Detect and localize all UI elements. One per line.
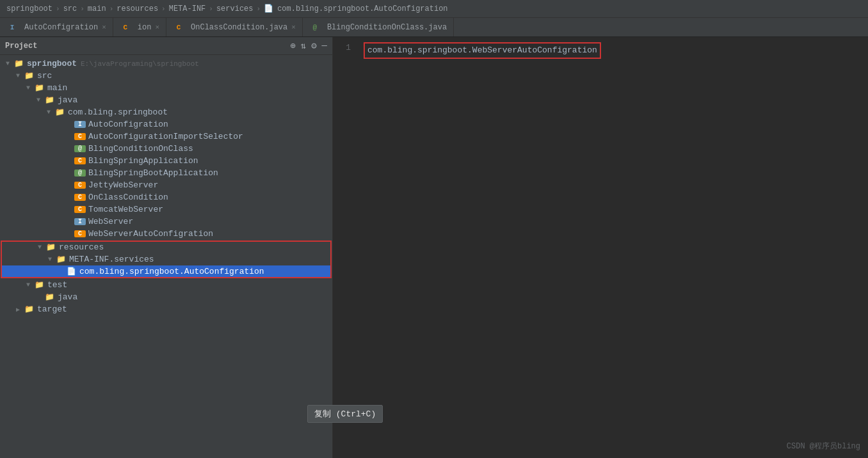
class-icon-sprapp: C <box>74 157 86 164</box>
tree-label-springboot: springboot <box>27 59 77 68</box>
tree-item-src[interactable]: 📁 src <box>0 70 332 82</box>
tab-onclasspanel[interactable]: C OnClassCondition.java × <box>166 18 303 36</box>
code-area[interactable]: com.bling.springboot.WebServerAutoConfig… <box>358 42 868 453</box>
tab-blingcond[interactable]: @ BlingConditionOnClass.java <box>303 18 454 36</box>
folder-icon-package: 📁 <box>54 107 65 117</box>
tree-item-JettyWebServer[interactable]: C JettyWebServer <box>0 179 332 191</box>
tree-item-target[interactable]: 📁 target <box>0 303 332 315</box>
tree-arrow-package <box>44 109 54 116</box>
breadcrumb-services: services <box>216 4 253 13</box>
tree-arrow-metainf <box>45 256 55 263</box>
tooltip-text: 复制 (Ctrl+C) <box>314 409 376 419</box>
tree-label-package: com.bling.springboot <box>68 107 168 117</box>
tree-item-AutoConfigurationImportSelector[interactable]: C AutoConfigurationImportSelector <box>0 130 332 143</box>
editor-content: 1 com.bling.springboot.WebServerAutoConf… <box>333 37 868 458</box>
folder-icon-target: 📁 <box>23 304 35 314</box>
tab-onclasspanel-close[interactable]: × <box>291 24 296 31</box>
tab-autoconfigration-label: AutoConfigration <box>24 23 98 32</box>
sidebar-header: Project ⊕ ⇅ ⚙ — <box>0 37 332 55</box>
file-icon-config: 📄 <box>65 267 77 276</box>
tree-label-BlingSpringApplication: BlingSpringApplication <box>88 156 198 166</box>
tree-item-main[interactable]: 📁 main <box>0 82 332 94</box>
tree-label-resources: resources <box>59 242 104 252</box>
breadcrumb-metainf: META-INF <box>169 4 206 13</box>
tree-arrow-java <box>33 97 44 104</box>
folder-icon-java: 📁 <box>44 95 55 105</box>
add-icon[interactable]: ⊕ <box>290 40 295 51</box>
folder-icon-main: 📁 <box>33 83 45 93</box>
watermark: CSDN @程序员bling <box>787 441 860 452</box>
breadcrumb: springboot › src › main › resources › ME… <box>0 0 868 18</box>
class-icon-importsel: C <box>74 133 86 140</box>
tree-label-config-file: com.bling.springboot.AutoConfigration <box>79 267 264 276</box>
folder-icon-test: 📁 <box>33 280 45 290</box>
tab-class-icon: C <box>120 24 131 31</box>
class-icon-tomcat: C <box>74 206 86 213</box>
tab-ion-close[interactable]: × <box>155 24 159 31</box>
tree-label-AutoConfigration: AutoConfigration <box>88 120 168 129</box>
tab-ion-label: ion <box>138 23 152 32</box>
tree-label-JettyWebServer: JettyWebServer <box>88 180 158 190</box>
tree-label-BlingConditionOnClass: BlingConditionOnClass <box>88 144 193 154</box>
tree-path-springboot: E:\javaPrograming\springboot <box>81 60 199 68</box>
folder-icon-springboot: 📁 <box>13 59 24 68</box>
line-numbers: 1 <box>333 42 358 453</box>
tree-item-WebServer[interactable]: I WebServer <box>0 216 332 228</box>
tab-ion[interactable]: C ion × <box>113 18 166 36</box>
sync-icon[interactable]: ⇅ <box>301 40 306 51</box>
breadcrumb-resources: resources <box>117 4 158 13</box>
breadcrumb-springboot: springboot <box>6 4 52 13</box>
tab-blingcond-label: BlingConditionOnClass.java <box>327 23 447 32</box>
annotation-icon-boot: @ <box>74 170 86 177</box>
tree-item-TomcatWebServer[interactable]: C TomcatWebServer <box>0 203 332 216</box>
tree-item-springboot[interactable]: 📁 springboot E:\javaPrograming\springboo… <box>0 58 332 70</box>
tree-item-OnClassCondition[interactable]: C OnClassCondition <box>0 191 332 203</box>
tree-item-test[interactable]: 📁 test <box>0 279 332 291</box>
tree-item-BlingSpringApplication[interactable]: C BlingSpringApplication <box>0 155 332 167</box>
code-line-1: com.bling.springboot.WebServerAutoConfig… <box>364 42 868 59</box>
tree-label-AutoConfigurationImportSelector: AutoConfigurationImportSelector <box>88 132 243 141</box>
tree-item-metainf[interactable]: 📁 META-INF.services <box>1 253 331 265</box>
class-icon-wsauto: C <box>74 230 86 237</box>
class-icon-onclass: C <box>74 194 86 201</box>
settings-icon[interactable]: ⚙ <box>311 40 316 51</box>
sidebar-tree: 📁 springboot E:\javaPrograming\springboo… <box>0 55 332 458</box>
tree-label-java: java <box>58 95 77 105</box>
folder-icon-metainf: 📁 <box>55 255 67 264</box>
class-icon-jetty: C <box>74 182 86 189</box>
tree-item-test-java[interactable]: 📁 java <box>0 291 332 303</box>
line-number-1: 1 <box>333 43 351 52</box>
code-text-1: com.bling.springboot.WebServerAutoConfig… <box>364 42 601 59</box>
tree-item-package[interactable]: 📁 com.bling.springboot <box>0 106 332 118</box>
tree-arrow-resources <box>35 244 45 251</box>
minus-icon[interactable]: — <box>322 40 327 51</box>
sidebar-toolbar: ⊕ ⇅ ⚙ — <box>290 40 327 51</box>
tab-class2-icon: C <box>173 24 184 31</box>
tree-arrow-src <box>13 72 23 79</box>
breadcrumb-src: src <box>63 4 77 13</box>
tree-label-metainf: META-INF.services <box>69 255 154 264</box>
tree-item-resources[interactable]: 📁 resources <box>1 241 331 253</box>
tab-bar: I AutoConfigration × C ion × C OnClassCo… <box>0 18 868 37</box>
tree-item-WebServerAutoConfigration[interactable]: C WebServerAutoConfigration <box>0 228 332 240</box>
folder-icon-src: 📁 <box>23 71 35 81</box>
breadcrumb-file: com.bling.springboot.AutoConfigration <box>277 4 447 13</box>
interface-icon-webserver: I <box>74 218 86 225</box>
tab-autoconfigration[interactable]: I AutoConfigration × <box>0 18 113 36</box>
tree-item-config-file[interactable]: 📄 com.bling.springboot.AutoConfigration <box>1 265 331 278</box>
interface-icon-auto: I <box>74 121 86 128</box>
tree-arrow-main <box>23 84 33 91</box>
main-layout: Project ⊕ ⇅ ⚙ — 📁 springboot E:\javaProg… <box>0 37 868 458</box>
tab-onclasspanel-label: OnClassCondition.java <box>191 23 287 32</box>
tree-arrow-test <box>23 281 33 288</box>
tree-item-java[interactable]: 📁 java <box>0 94 332 106</box>
breadcrumb-main: main <box>88 4 106 13</box>
file-icon: 📄 <box>264 4 273 13</box>
tree-item-AutoConfigration[interactable]: I AutoConfigration <box>0 118 332 130</box>
tree-item-BlingSpringBootApplication[interactable]: @ BlingSpringBootApplication <box>0 167 332 179</box>
tree-label-OnClassCondition: OnClassCondition <box>88 193 168 202</box>
tree-item-BlingConditionOnClass[interactable]: @ BlingConditionOnClass <box>0 143 332 155</box>
tree-arrow-springboot <box>3 60 13 67</box>
tree-arrow-target <box>13 306 23 313</box>
tab-autoconfigration-close[interactable]: × <box>102 24 106 31</box>
